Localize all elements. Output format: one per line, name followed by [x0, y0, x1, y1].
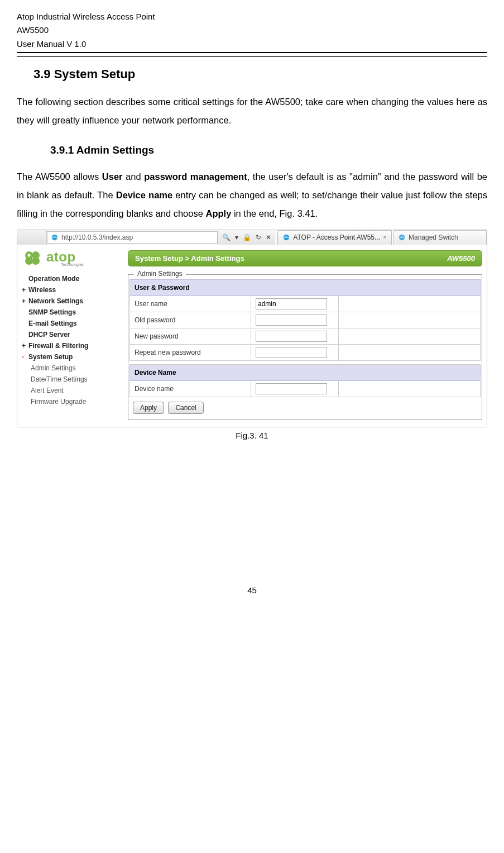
- spacer: [339, 344, 481, 360]
- dropdown-icon[interactable]: ▾: [233, 233, 240, 241]
- nav-firewall-filtering[interactable]: +Firewall & Filtering: [22, 340, 118, 351]
- nav-label: System Setup: [28, 353, 73, 361]
- search-icon[interactable]: 🔍: [220, 233, 232, 241]
- bold-apply: Apply: [205, 208, 231, 218]
- svg-point-8: [28, 254, 31, 257]
- text-run: and: [123, 171, 145, 182]
- input-user-name[interactable]: [256, 298, 327, 309]
- bold-user: User: [102, 171, 123, 182]
- section-header: Device Name: [130, 364, 481, 380]
- breadcrumb: System Setup > Admin Settings AW5500: [128, 250, 482, 266]
- nav-menu: Operation Mode +Wireless +Network Settin…: [22, 273, 118, 407]
- section-user-password: User & Password: [130, 279, 481, 296]
- settings-table: User & Password User name Old password: [129, 279, 481, 397]
- logo-subtext: Technologies: [61, 263, 84, 266]
- logo-text: atop: [46, 250, 84, 264]
- spacer: [339, 380, 481, 397]
- lock-icon: 🔒: [241, 233, 253, 241]
- panel-legend: Admin Settings: [134, 270, 186, 278]
- breadcrumb-model: AW5500: [447, 254, 475, 263]
- logo: atop Technologies: [22, 250, 118, 266]
- sidebar: atop Technologies Operation Mode +Wirele…: [22, 250, 118, 420]
- input-new-password[interactable]: [256, 331, 327, 342]
- nav-label: Wireless: [28, 286, 56, 294]
- nav-snmp-settings[interactable]: SNMP Settings: [22, 307, 118, 318]
- svg-point-7: [32, 257, 40, 265]
- bold-password-management: password management: [144, 171, 247, 182]
- stop-icon[interactable]: ✕: [264, 233, 273, 241]
- row-old-password: Old password: [130, 312, 481, 328]
- url-controls: 🔍 ▾ 🔒 ↻ ✕: [218, 230, 275, 245]
- refresh-icon[interactable]: ↻: [254, 233, 263, 241]
- nav-firmware-upgrade[interactable]: Firmware Upgrade: [31, 396, 118, 407]
- admin-settings-panel: Admin Settings User & Password User name: [128, 274, 482, 420]
- label-old-password: Old password: [130, 312, 251, 328]
- nav-datetime-settings[interactable]: Date/Time Settings: [31, 374, 118, 385]
- nav-label: Operation Mode: [28, 275, 79, 283]
- cell-old-password: [251, 312, 339, 328]
- figure-screenshot: http://10.0.5.3/index.asp 🔍 ▾ 🔒 ↻ ✕ ATOP…: [17, 230, 487, 440]
- apply-button[interactable]: Apply: [133, 402, 164, 414]
- spacer: [339, 312, 481, 328]
- cell-device-name: [251, 380, 339, 397]
- section-heading: 3.9 System Setup: [33, 67, 487, 82]
- ie-icon: [398, 233, 406, 241]
- nav-email-settings[interactable]: E-mail Settings: [22, 318, 118, 329]
- url-field[interactable]: http://10.0.5.3/index.asp: [47, 231, 218, 244]
- label-repeat-password: Repeat new password: [130, 344, 251, 360]
- webpage-body: atop Technologies Operation Mode +Wirele…: [17, 245, 487, 427]
- text-run: The AW5500 allows: [17, 171, 102, 182]
- clover-icon: [22, 250, 45, 266]
- nav-wireless[interactable]: +Wireless: [22, 284, 118, 296]
- doc-header-line2: AW5500: [17, 25, 487, 36]
- tab-inactive[interactable]: Managed Switch: [393, 230, 487, 245]
- nav-label: E-mail Settings: [28, 320, 77, 327]
- tab-active-label: ATOP - Access Point AW55...: [293, 233, 380, 241]
- breadcrumb-path: System Setup > Admin Settings: [135, 254, 244, 263]
- nav-dhcp-server[interactable]: DHCP Server: [22, 329, 118, 340]
- nav-alert-event[interactable]: Alert Event: [31, 385, 118, 396]
- subsection-paragraph: The AW5500 allows User and password mana…: [17, 168, 487, 223]
- nav-system-setup[interactable]: -System Setup: [22, 351, 118, 363]
- browser-window: http://10.0.5.3/index.asp 🔍 ▾ 🔒 ↻ ✕ ATOP…: [17, 230, 487, 427]
- row-gap: [130, 360, 481, 364]
- input-device-name[interactable]: [256, 383, 327, 394]
- svg-point-6: [25, 257, 33, 265]
- cancel-button[interactable]: Cancel: [168, 402, 203, 414]
- ie-icon: [282, 233, 290, 241]
- ie-icon: [51, 233, 59, 241]
- close-icon[interactable]: ×: [383, 233, 387, 241]
- nav-buttons-area[interactable]: [17, 230, 47, 245]
- nav-system-setup-children: Admin Settings Date/Time Settings Alert …: [22, 363, 118, 407]
- label-user-name: User name: [130, 296, 251, 312]
- row-user-name: User name: [130, 296, 481, 312]
- doc-header-line1: Atop Industrial Wireless Access Point: [17, 11, 487, 22]
- label-new-password: New password: [130, 328, 251, 344]
- row-new-password: New password: [130, 328, 481, 344]
- address-bar: http://10.0.5.3/index.asp 🔍 ▾ 🔒 ↻ ✕ ATOP…: [17, 230, 487, 245]
- label-device-name: Device name: [130, 380, 251, 397]
- tab-strip: ATOP - Access Point AW55... × Managed Sw…: [275, 230, 487, 245]
- nav-label: Firewall & Filtering: [28, 342, 88, 350]
- cell-new-password: [251, 328, 339, 344]
- input-old-password[interactable]: [256, 314, 327, 326]
- subsection-heading: 3.9.1 Admin Settings: [50, 144, 487, 156]
- tab-active[interactable]: ATOP - Access Point AW55... ×: [277, 230, 392, 245]
- nav-admin-settings[interactable]: Admin Settings: [31, 363, 118, 374]
- section-device-name: Device Name: [130, 364, 481, 380]
- figure-caption: Fig.3. 41: [17, 431, 487, 440]
- section-header: User & Password: [130, 279, 481, 296]
- text-run: in the end, Fig. 3.41.: [231, 208, 318, 218]
- bold-device-name: Device name: [116, 190, 172, 200]
- cell-repeat-password: [251, 344, 339, 360]
- row-device-name: Device name: [130, 380, 481, 397]
- content-area: System Setup > Admin Settings AW5500 Adm…: [128, 250, 482, 420]
- url-text: http://10.0.5.3/index.asp: [61, 233, 133, 241]
- input-repeat-password[interactable]: [256, 347, 327, 358]
- button-row: Apply Cancel: [129, 402, 481, 414]
- nav-label: Network Settings: [28, 297, 83, 305]
- nav-network-settings[interactable]: +Network Settings: [22, 296, 118, 307]
- tab-inactive-label: Managed Switch: [409, 233, 458, 241]
- nav-operation-mode[interactable]: Operation Mode: [22, 273, 118, 284]
- section-paragraph: The following section describes some cri…: [17, 93, 487, 130]
